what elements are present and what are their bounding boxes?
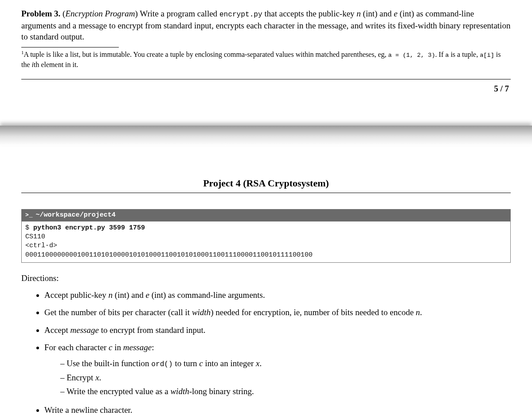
footnote-text-c: is a tuple, [449,51,480,58]
text: . [259,359,262,368]
footnote: 1A tuple is like a list, but is immutabl… [21,49,511,69]
text: Write the encrypted value as a [66,387,171,396]
footnote-text-b: . If [435,51,446,58]
page-bottom-rule [21,79,511,79]
var-message: message [70,325,99,335]
terminal-header: >_ ~/workspace/project4 [22,209,510,221]
problem-text-1: Write a program called [140,9,219,18]
list-item: Use the built-in function ord() to turn … [60,357,511,371]
sub-list: Use the built-in function ord() to turn … [44,357,511,398]
text: Write a newline character. [44,405,133,415]
text: . [420,308,422,317]
list-item: For each character c in message: Use the… [44,339,511,402]
text: Accept [44,325,70,335]
footnote-code-a: a = (1, 2, 3) [388,52,435,59]
problem-filename: encrypt.py [219,11,262,19]
terminal-body: $ python3 encrypt.py 3599 1759 CS110 <ct… [22,221,510,262]
footnote-rule [21,47,119,47]
var-e: e [394,9,397,18]
code-ord: ord() [151,360,172,368]
heading-rule [21,193,511,193]
list-item: Write the encrypted value as a width-lon… [60,385,511,399]
terminal-prompt: $ [25,224,33,232]
text: Use the built-in function [66,359,151,368]
problem-statement: Problem 3. (Encryption Program) Write a … [21,8,511,43]
page-break [0,126,532,146]
var-e: e [145,290,149,300]
terminal-input-1: CS110 [25,233,45,241]
page-title: Project 4 (RSA Cryptosystem) [21,177,511,192]
text: : [152,343,154,352]
page-number: 5 / 7 [21,83,511,95]
text: ) needed for encryption, ie, number of b… [211,308,416,317]
terminal-output: 0001100000000100110101000010101000110010… [25,251,313,259]
var-message: message [123,343,152,352]
problem-text-2: that accepts the public-key [262,9,357,18]
footnote-text-e: th element in it. [34,61,78,68]
var-width: width [192,308,211,317]
problem-title: Encryption Program [65,9,135,18]
list-item: Write a newline character. [44,402,511,415]
terminal-command: python3 encrypt.py 3599 1759 [33,224,145,232]
text: (int) as command-line arguments. [149,290,265,300]
footnote-code-c: a[i] [480,52,494,59]
text: into an integer [203,359,256,368]
var-n: n [356,9,361,18]
terminal-input-2: <ctrl-d> [25,242,57,249]
text: For each character [44,343,109,352]
footnote-text-a: A tuple is like a list, but is immutable… [24,51,388,58]
terminal: >_ ~/workspace/project4 $ python3 encryp… [21,209,511,263]
var-n: n [416,308,420,317]
problem-text-3: (int) and [361,9,394,18]
var-c: c [199,359,203,368]
directions-label: Directions: [21,273,511,284]
text: . [99,373,102,382]
text: Encrypt [66,373,95,382]
terminal-path: ~/workspace/project4 [36,211,116,220]
text: in [112,343,123,352]
list-item: Accept public-key n (int) and e (int) as… [44,287,511,304]
problem-label: Problem 3. [21,9,60,18]
directions-list: Accept public-key n (int) and e (int) as… [21,287,511,415]
list-item: Get the number of bits per character (ca… [44,304,511,322]
terminal-prompt-icon: >_ [25,211,33,219]
list-item: Encrypt x. [60,371,511,385]
var-width: width [170,387,189,396]
text: to turn [173,359,200,368]
text: -long binary string. [189,387,254,396]
list-item: Accept message to encrypt from standard … [44,322,511,340]
text: (int) and [113,290,145,300]
var-n: n [109,290,113,300]
text: Get the number of bits per character (ca… [44,308,192,317]
text: to encrypt from standard input. [99,325,206,335]
var-x: x [95,373,99,382]
text: Accept public-key [44,290,109,300]
